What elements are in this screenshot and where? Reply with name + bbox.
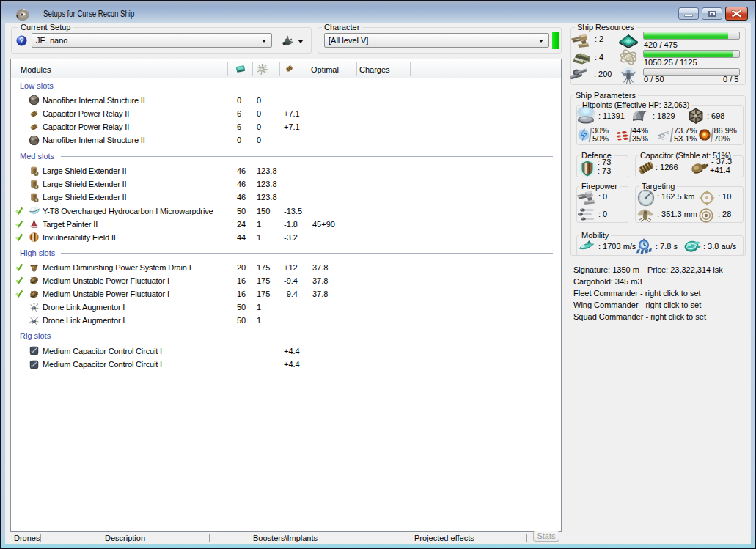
svg-text:?: ? bbox=[19, 37, 23, 45]
